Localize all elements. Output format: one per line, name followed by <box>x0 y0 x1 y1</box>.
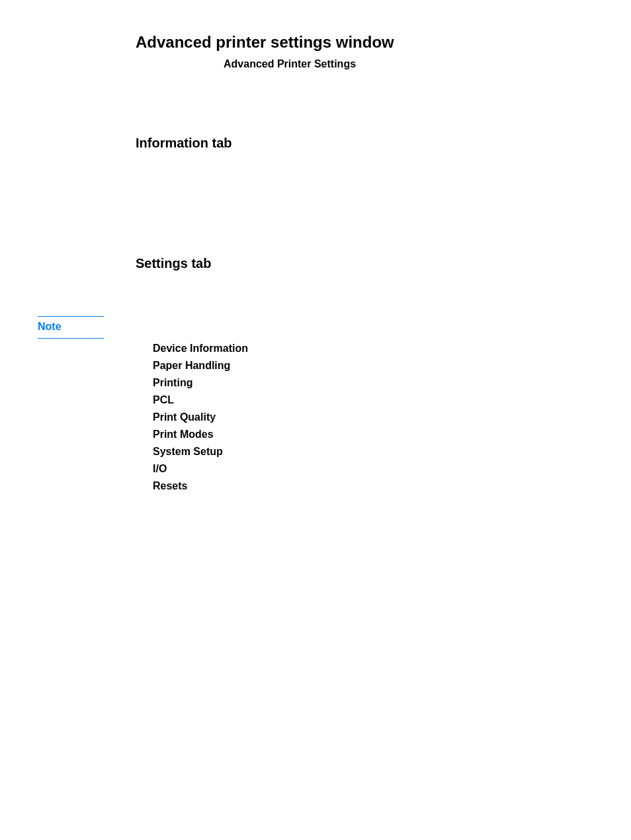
list-item: Printing <box>153 374 248 392</box>
list-item: System Setup <box>153 443 248 460</box>
page-subtitle: Advanced Printer Settings <box>224 58 356 70</box>
list-item: Print Modes <box>153 426 248 443</box>
list-item: Print Quality <box>153 409 248 426</box>
settings-list: Device Information Paper Handling Printi… <box>153 340 248 495</box>
page-heading: Advanced printer settings window <box>136 33 394 52</box>
list-item: PCL <box>153 392 248 409</box>
note-callout: Note <box>38 316 104 339</box>
note-label: Note <box>38 321 62 332</box>
section-heading-settings: Settings tab <box>136 256 211 271</box>
list-item: Device Information <box>153 340 248 357</box>
list-item: I/O <box>153 460 248 478</box>
list-item: Paper Handling <box>153 357 248 374</box>
section-heading-information: Information tab <box>136 136 232 151</box>
list-item: Resets <box>153 478 248 495</box>
